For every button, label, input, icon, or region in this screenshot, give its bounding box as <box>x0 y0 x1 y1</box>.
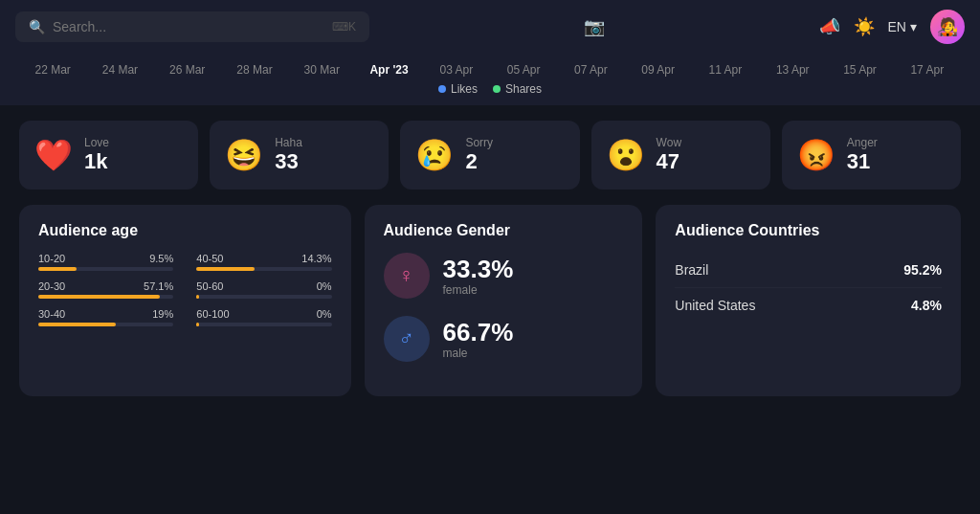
legend-shares-label: Shares <box>505 82 542 96</box>
timeline-date[interactable]: 13 Apr <box>759 63 826 77</box>
reaction-value: 33 <box>275 149 302 174</box>
audience-gender-card: Audience Gender ♀ 33.3% female ♂ 66.7% m… <box>365 205 643 396</box>
reaction-card: 😮 Wow 47 <box>591 121 770 190</box>
country-pct: 4.8% <box>911 298 942 313</box>
timeline-date[interactable]: 09 Apr <box>625 63 692 77</box>
age-pct: 0% <box>317 308 332 320</box>
timeline-date[interactable]: Apr '23 <box>355 63 422 77</box>
reaction-value: 2 <box>465 149 493 174</box>
timeline-date[interactable]: 07 Apr <box>557 63 624 77</box>
male-pct: 66.7% <box>443 319 514 346</box>
timeline-date[interactable]: 11 Apr <box>692 63 759 77</box>
age-pct: 14.3% <box>301 253 331 264</box>
brightness-icon[interactable]: ☀️ <box>854 16 875 37</box>
reaction-emoji: 😆 <box>225 137 263 173</box>
age-row: 50-60 0% <box>196 280 331 299</box>
reaction-emoji: 😡 <box>797 137 835 173</box>
age-pct: 19% <box>152 308 173 320</box>
age-pct: 0% <box>317 280 332 292</box>
age-pct: 57.1% <box>144 280 173 292</box>
timeline-date[interactable]: 05 Apr <box>490 63 557 77</box>
female-stats: 33.3% female <box>443 256 514 297</box>
female-gender-item: ♀ 33.3% female <box>384 253 624 299</box>
search-input[interactable] <box>53 19 324 34</box>
male-gender-item: ♂ 66.7% male <box>384 316 624 362</box>
age-range: 40-50 <box>196 253 223 264</box>
shares-dot <box>493 85 501 93</box>
reaction-info: Anger 31 <box>847 136 878 174</box>
reaction-label: Anger <box>847 136 878 149</box>
country-row: Brazil 95.2% <box>675 253 942 288</box>
age-range: 30-40 <box>38 308 65 320</box>
reaction-label: Love <box>84 136 109 149</box>
age-bar-fill <box>196 267 255 271</box>
age-row-header: 20-30 57.1% <box>38 280 173 292</box>
reaction-emoji: 😮 <box>607 137 645 173</box>
top-navigation: 🔍 ⌨K 📷 📣 ☀️ EN ▾ 🧑‍🎤 <box>0 0 980 54</box>
country-name: Brazil <box>675 262 708 278</box>
timeline-date[interactable]: 24 Mar <box>86 63 153 77</box>
age-range: 50-60 <box>196 280 223 292</box>
female-label: female <box>443 283 514 297</box>
reaction-label: Wow <box>657 136 681 149</box>
female-pct: 33.3% <box>443 256 514 283</box>
age-row-header: 50-60 0% <box>196 280 331 292</box>
audience-age-title: Audience age <box>38 222 332 239</box>
age-range: 10-20 <box>38 253 65 264</box>
age-row: 20-30 57.1% <box>38 280 173 299</box>
timeline-section: 22 Mar24 Mar26 Mar28 Mar30 MarApr '2303 … <box>0 54 980 105</box>
age-bar-fill <box>38 267 77 271</box>
search-bar[interactable]: 🔍 ⌨K <box>15 11 369 42</box>
countries-list: Brazil 95.2% United States 4.8% <box>675 253 942 323</box>
age-row: 40-50 14.3% <box>196 253 331 271</box>
search-shortcut: ⌨K <box>332 20 356 34</box>
avatar[interactable]: 🧑‍🎤 <box>930 10 965 44</box>
age-row-header: 10-20 9.5% <box>38 253 173 264</box>
reaction-card: ❤️ Love 1k <box>19 121 198 190</box>
age-bar-fill <box>38 323 116 326</box>
age-bar-bg <box>38 323 173 326</box>
legend-likes: Likes <box>438 82 478 96</box>
reaction-info: Love 1k <box>84 136 109 174</box>
country-row: United States 4.8% <box>675 288 942 323</box>
notification-icon[interactable]: 📣 <box>819 16 840 37</box>
timeline-date[interactable]: 30 Mar <box>288 63 355 77</box>
age-bar-bg <box>38 267 173 271</box>
age-bar-bg <box>38 295 173 299</box>
audience-countries-title: Audience Countries <box>675 222 942 239</box>
age-pct: 9.5% <box>149 253 173 264</box>
age-row-header: 60-100 0% <box>196 308 331 320</box>
reaction-label: Haha <box>275 136 302 149</box>
audience-gender-title: Audience Gender <box>384 222 624 239</box>
age-bar-fill <box>196 295 199 299</box>
timeline-date[interactable]: 26 Mar <box>154 63 221 77</box>
country-name: United States <box>675 298 755 313</box>
timeline-date[interactable]: 15 Apr <box>826 63 893 77</box>
timeline-date[interactable]: 22 Mar <box>19 63 86 77</box>
legend-likes-label: Likes <box>451 82 478 96</box>
age-row: 60-100 0% <box>196 308 331 326</box>
bottom-row: Audience age 10-20 9.5% 40-50 14.3% 20-3… <box>0 205 980 412</box>
age-bar-fill <box>196 323 199 326</box>
age-range: 60-100 <box>196 308 229 320</box>
male-label: male <box>443 346 514 360</box>
reaction-emoji: ❤️ <box>34 137 73 173</box>
chevron-down-icon: ▾ <box>910 19 917 34</box>
language-label: EN <box>888 19 906 34</box>
reaction-value: 1k <box>84 149 109 174</box>
timeline-date[interactable]: 03 Apr <box>423 63 490 77</box>
language-selector[interactable]: EN ▾ <box>888 19 917 34</box>
camera-icon[interactable]: 📷 <box>584 16 605 37</box>
age-bar-bg <box>196 323 331 326</box>
reactions-row: ❤️ Love 1k 😆 Haha 33 😢 Sorry 2 😮 Wow 47 <box>0 105 980 205</box>
country-pct: 95.2% <box>903 262 942 278</box>
reaction-value: 31 <box>847 149 878 174</box>
timeline-date[interactable]: 28 Mar <box>221 63 288 77</box>
timeline-dates: 22 Mar24 Mar26 Mar28 Mar30 MarApr '2303 … <box>19 63 961 77</box>
age-row: 30-40 19% <box>38 308 173 326</box>
reaction-emoji: 😢 <box>415 137 454 173</box>
timeline-date[interactable]: 17 Apr <box>894 63 961 77</box>
timeline-legend: Likes Shares <box>19 77 961 105</box>
age-grid: 10-20 9.5% 40-50 14.3% 20-30 57.1% <box>38 253 332 326</box>
female-gender-icon: ♀ <box>384 253 430 299</box>
